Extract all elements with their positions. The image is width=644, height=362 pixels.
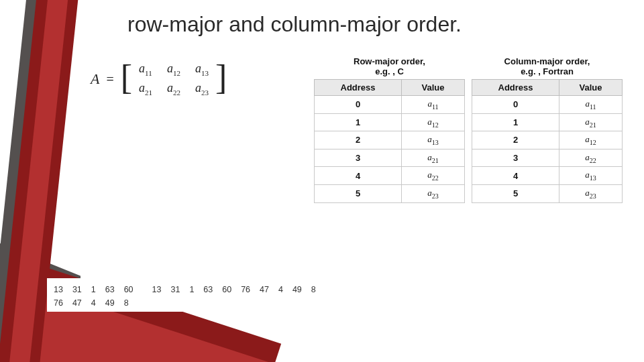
num-cell: 60 <box>124 285 133 294</box>
numeric-matrix-2x5: 13 31 1 63 60 76 47 4 49 8 <box>54 285 133 308</box>
equals-sign: = <box>106 72 113 87</box>
num-cell: 63 <box>105 285 115 294</box>
row-major-title: Row-major order,e.g. , C <box>315 54 465 80</box>
matrix-cell: a22 <box>167 81 180 97</box>
table-row: 1a21 <box>472 113 623 131</box>
column-major-table: Column-major order,e.g. , Fortran Addres… <box>472 54 623 203</box>
matrix-cell: a11 <box>139 62 152 77</box>
num-cell: 13 <box>54 285 63 294</box>
layout-tables: Row-major order,e.g. , C AddressValue 0a… <box>314 54 623 203</box>
table-row: 1a12 <box>315 113 465 131</box>
col-header-value: Value <box>559 80 623 96</box>
matrix-cell: a12 <box>167 62 180 77</box>
num-cell: 31 <box>72 285 82 294</box>
matrix-grid: a11 a12 a13 a21 a22 a23 <box>139 62 209 96</box>
col-header-address: Address <box>315 80 402 96</box>
slide-title: row-major and column-major order. <box>127 12 462 37</box>
num-cell: 1 <box>91 285 96 294</box>
num-cell: 1 <box>189 285 194 308</box>
num-cell: 4 <box>278 285 283 308</box>
column-major-title: Column-major order,e.g. , Fortran <box>472 54 623 80</box>
slide: row-major and column-major order. A = [ … <box>0 0 644 362</box>
table-row: 5a23 <box>472 184 623 202</box>
num-cell: 13 <box>152 285 162 308</box>
num-cell: 4 <box>91 298 96 308</box>
num-cell: 47 <box>72 298 82 308</box>
num-cell: 63 <box>203 285 213 308</box>
table-row: 0a11 <box>315 96 465 114</box>
matrix-cell: a21 <box>139 81 152 97</box>
table-row: 4a13 <box>472 167 623 185</box>
num-cell: 31 <box>170 285 180 308</box>
table-row: 2a13 <box>315 131 465 149</box>
matrix-cell: a13 <box>195 62 209 77</box>
num-cell: 49 <box>105 298 115 308</box>
right-bracket-icon: ] <box>215 60 227 95</box>
numeric-row-1x10: 13 31 1 63 60 76 47 4 49 8 <box>152 285 316 308</box>
num-cell: 47 <box>260 285 269 308</box>
num-cell: 49 <box>292 285 302 308</box>
table-row: 2a12 <box>472 131 623 149</box>
col-header-value: Value <box>402 80 465 96</box>
left-bracket-icon: [ <box>121 60 132 95</box>
matrix-cell: a23 <box>195 81 209 97</box>
table-row: 3a21 <box>315 149 465 167</box>
num-cell: 8 <box>124 298 133 308</box>
matrix-equation: A = [ a11 a12 a13 a21 a22 a23 ] <box>91 62 227 97</box>
num-cell: 76 <box>241 285 250 308</box>
table-row: 5a23 <box>315 184 465 202</box>
num-cell: 8 <box>311 285 316 308</box>
num-cell: 76 <box>54 298 63 308</box>
col-header-address: Address <box>472 80 559 96</box>
num-cell: 60 <box>222 285 231 308</box>
numeric-example: 13 31 1 63 60 76 47 4 49 8 13 31 1 63 60… <box>54 285 316 308</box>
matrix-lhs: A <box>91 70 99 88</box>
table-row: 3a22 <box>472 149 623 167</box>
table-row: 4a22 <box>315 167 465 185</box>
row-major-table: Row-major order,e.g. , C AddressValue 0a… <box>314 54 465 203</box>
table-row: 0a11 <box>472 96 623 114</box>
